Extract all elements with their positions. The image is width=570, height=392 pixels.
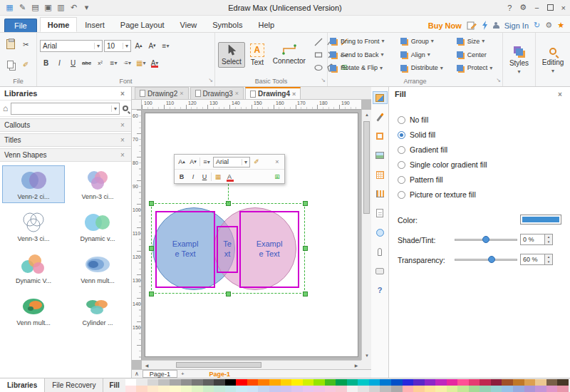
select-tool-button[interactable]: Select <box>218 42 245 68</box>
close-icon[interactable]: × <box>118 136 127 144</box>
close-button[interactable]: × <box>561 4 566 12</box>
font-family-combo[interactable]: Arial ▾ <box>40 40 103 52</box>
home-icon[interactable]: ⌂ <box>3 103 8 113</box>
shade-tint-spinner[interactable]: 0 % ▴▾ <box>520 234 553 245</box>
shape-item-venn-3-outline[interactable]: Venn-3 ci... <box>2 207 65 245</box>
palette-color[interactable] <box>413 386 425 392</box>
fill-format-button[interactable] <box>373 91 388 104</box>
palette-color[interactable] <box>325 386 336 392</box>
palette-color[interactable] <box>281 379 292 386</box>
distribute-button[interactable]: Distribute▾ <box>400 61 454 74</box>
close-icon[interactable]: × <box>118 90 127 98</box>
settings-gear-icon[interactable]: ⚙ <box>519 3 527 12</box>
palette-color[interactable] <box>380 386 391 392</box>
underline-button[interactable]: U <box>67 57 79 69</box>
page-tab[interactable]: Page-1 <box>142 370 177 378</box>
palette-color[interactable] <box>413 379 425 386</box>
radio-icon[interactable] <box>398 146 405 154</box>
grow-font-button[interactable]: A▴ <box>133 40 145 52</box>
option-solid-fill[interactable]: Solid fill <box>398 129 435 140</box>
palette-color[interactable] <box>325 379 336 386</box>
superscript-button[interactable]: x² <box>94 57 106 69</box>
shrink-font-button[interactable]: A▾ <box>188 156 198 167</box>
option-single-color-gradient-fill[interactable]: Single color gradient fill <box>398 159 487 170</box>
shape-item-dynamic-venn-multi[interactable]: Dynamic V... <box>2 249 65 287</box>
search-icon[interactable] <box>123 105 128 111</box>
radio-icon[interactable] <box>398 191 405 199</box>
help-button[interactable]: ? <box>373 284 388 296</box>
selection-handle[interactable] <box>149 246 154 251</box>
bold-button[interactable]: B <box>177 171 187 182</box>
horizontal-scroll-thumb[interactable] <box>176 362 261 368</box>
fill-color-swatch[interactable] <box>520 215 561 225</box>
shading-button[interactable]: ▦▾ <box>135 57 147 69</box>
palette-color[interactable] <box>480 386 491 392</box>
palette-color[interactable] <box>491 386 502 392</box>
rectangle-tool-button[interactable] <box>313 48 325 61</box>
picture-format-button[interactable] <box>373 149 388 162</box>
send-to-back-button[interactable]: Send to Back▾ <box>330 48 398 61</box>
option-picture-texture-fill[interactable]: Picture or texture fill <box>398 189 476 200</box>
transparency-slider[interactable] <box>455 254 517 264</box>
group-button[interactable]: Group▾ <box>400 35 454 48</box>
font-size-combo[interactable]: 10 ▾ <box>104 40 131 52</box>
quick-access-dropdown-icon[interactable]: ▾ <box>81 3 92 12</box>
palette-color[interactable] <box>502 379 513 386</box>
palette-color[interactable] <box>535 386 546 392</box>
palette-color[interactable] <box>192 386 203 392</box>
palette-color[interactable] <box>291 379 303 386</box>
palette-color[interactable] <box>557 379 569 386</box>
vertical-scroll-thumb[interactable] <box>363 121 370 214</box>
selection-rectangle[interactable] <box>151 203 305 294</box>
palette-color[interactable] <box>158 379 170 386</box>
palette-color[interactable] <box>247 386 259 392</box>
palette-color[interactable] <box>192 379 203 386</box>
palette-color[interactable] <box>314 379 325 386</box>
option-pattern-fill[interactable]: Pattern fill <box>398 174 443 185</box>
palette-color[interactable] <box>170 386 181 392</box>
shape-item-venn-2[interactable]: Venn-2 ci... <box>2 165 65 203</box>
palette-color[interactable] <box>380 379 391 386</box>
tab-view[interactable]: View <box>172 17 205 32</box>
dialog-launcher-icon[interactable]: ↘ <box>321 76 326 86</box>
selection-handle[interactable] <box>149 292 154 296</box>
scroll-up-icon[interactable]: ▲ <box>363 110 371 118</box>
close-icon[interactable]: × <box>272 156 282 167</box>
library-search-combo[interactable]: ▾ <box>11 103 120 115</box>
styles-button[interactable]: Styles ▾ <box>506 43 532 77</box>
shape-item-cylinder[interactable]: Cylinder ... <box>66 292 129 329</box>
tab-insert[interactable]: Insert <box>77 17 113 32</box>
help-icon[interactable]: ? <box>507 4 512 12</box>
drawing-viewport[interactable]: Example Text Text Example Text A▴ A▾ ≡▾ … <box>142 110 361 360</box>
palette-color[interactable] <box>546 386 558 392</box>
slider-thumb[interactable] <box>488 256 495 263</box>
sparkle-icon[interactable]: ★ <box>557 21 564 30</box>
palette-color[interactable] <box>147 379 159 386</box>
close-icon[interactable]: × <box>292 91 296 98</box>
radio-icon[interactable] <box>398 131 405 139</box>
shrink-font-button[interactable]: A▾ <box>146 40 158 52</box>
grow-font-button[interactable]: A▴ <box>177 156 187 167</box>
close-icon[interactable]: × <box>235 90 239 97</box>
ellipse-tool-button[interactable] <box>313 61 325 73</box>
text-align-button[interactable]: ≡▾ <box>160 40 172 52</box>
format-painter-button[interactable]: ✐ <box>252 156 261 167</box>
font-color-button[interactable]: A <box>224 171 234 182</box>
spinner-up-icon[interactable]: ▴ <box>545 234 552 239</box>
close-icon[interactable]: × <box>556 91 564 98</box>
close-icon[interactable]: × <box>118 151 127 159</box>
palette-color[interactable] <box>502 386 513 392</box>
selection-handle[interactable] <box>149 201 154 206</box>
shape-item-venn-multiset-2[interactable]: Venn mult... <box>2 292 65 329</box>
doc-tab-drawing4[interactable]: Drawing4× <box>245 87 301 99</box>
palette-color[interactable] <box>403 386 414 392</box>
line-format-button[interactable] <box>373 110 388 123</box>
vertical-scrollbar[interactable]: ▲ ▼ <box>361 110 371 360</box>
spinner-down-icon[interactable]: ▾ <box>545 239 552 244</box>
shape-item-venn-multiset[interactable]: Venn mult... <box>66 249 129 287</box>
palette-color[interactable] <box>425 386 436 392</box>
option-gradient-fill[interactable]: Gradient fill <box>398 144 447 155</box>
palette-color[interactable] <box>369 386 380 392</box>
tab-symbols[interactable]: Symbols <box>204 17 250 32</box>
palette-color[interactable] <box>535 379 546 386</box>
